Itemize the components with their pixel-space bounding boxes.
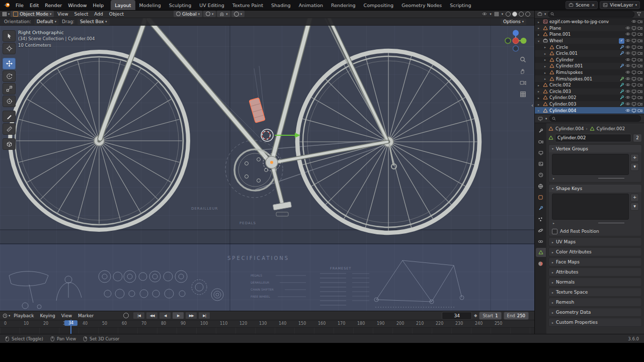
frame-start-field[interactable]: Start 1 [479, 312, 501, 320]
disable-viewports-icon[interactable] [631, 89, 636, 94]
properties-tab-viewlayer[interactable] [536, 159, 546, 168]
hide-viewport-icon[interactable] [625, 57, 630, 62]
rotate-tool-button[interactable] [3, 70, 16, 82]
disable-render-icon[interactable] [637, 38, 642, 43]
disclosure-icon[interactable]: ▸ [538, 83, 541, 87]
workspace-tab-geometry-nodes[interactable]: Geometry Nodes [397, 0, 446, 10]
outliner-row[interactable]: ▸ ezgif.com-webp-to-jpg-conv [535, 19, 644, 25]
select-box-tool-button[interactable] [3, 30, 16, 42]
panel-vertex-groups-header[interactable]: ▾ Vertex Groups [549, 145, 641, 152]
proportional-edit-dropdown[interactable]: ▾ [231, 11, 245, 17]
disable-viewports-icon[interactable] [631, 38, 636, 43]
outliner-row[interactable]: ▸ Cylinder.002 [535, 95, 644, 101]
editor-type-icon[interactable] [537, 12, 542, 17]
subpanel-expand-icon[interactable]: ▸ [553, 176, 554, 180]
workspace-tab-sculpting[interactable]: Sculpting [165, 0, 195, 10]
outliner-row[interactable]: ▸ Plane [535, 25, 644, 32]
outliner-row[interactable]: ▸ Rims/spokes.001 [535, 75, 644, 82]
disable-render-icon[interactable] [637, 45, 642, 50]
panel-custom-properties[interactable]: ▸Custom Properties [548, 318, 642, 327]
workspace-tab-rendering[interactable]: Rendering [327, 0, 360, 10]
hide-viewport-icon[interactable] [631, 19, 636, 24]
menu-marker[interactable]: Marker [75, 313, 96, 318]
shape-key-add-button[interactable]: + [630, 194, 639, 202]
workspace-tab-texture-paint[interactable]: Texture Paint [228, 0, 267, 10]
workspace-tab-scripting[interactable]: Scripting [446, 0, 475, 10]
cursor-tool-button[interactable] [3, 43, 16, 54]
n-panel-toggle-icon[interactable]: ‹ [531, 103, 533, 108]
outliner-row[interactable]: ▸ Cylinder.003 [535, 101, 644, 108]
current-frame-field[interactable]: 34 [442, 312, 472, 320]
panel-attributes[interactable]: ▸Attributes [548, 267, 642, 277]
disclosure-icon[interactable]: ▸ [544, 58, 548, 61]
show-gizmo-icon[interactable] [482, 12, 487, 17]
workspace-tab-layout[interactable]: Layout [111, 0, 135, 10]
disclosure-icon[interactable]: ▸ [538, 33, 541, 36]
modifier-wrench-icon[interactable] [619, 89, 624, 94]
properties-search-input[interactable] [549, 115, 641, 122]
disable-render-icon[interactable] [637, 26, 642, 31]
solid-shading-icon[interactable] [512, 12, 517, 17]
editor-type-icon[interactable] [2, 12, 7, 17]
editor-type-icon[interactable] [538, 116, 543, 121]
jump-to-start-button[interactable]: |◀ [133, 312, 145, 319]
disable-viewports-icon[interactable] [631, 95, 636, 100]
disclosure-icon[interactable]: ▸ [544, 52, 548, 55]
properties-tab-world[interactable] [536, 182, 546, 191]
hide-viewport-icon[interactable] [625, 108, 630, 113]
disable-viewports-icon[interactable] [631, 57, 636, 62]
properties-tab-scene[interactable] [536, 170, 546, 179]
next-keyframe-button[interactable]: ▶▶ [185, 312, 197, 319]
properties-tab-object[interactable] [536, 193, 546, 202]
panel-geometry-data[interactable]: ▸Geometry Data [548, 308, 642, 317]
hide-viewport-icon[interactable] [625, 70, 630, 75]
outliner-row-collection[interactable]: ▾ Wheel ✓ [535, 38, 644, 44]
prev-keyframe-button[interactable]: ◀◀ [146, 312, 158, 319]
orientation-dropdown[interactable]: Default ▾ [34, 19, 59, 25]
disclosure-icon[interactable]: ▸ [538, 20, 541, 24]
disable-render-icon[interactable] [637, 102, 642, 107]
properties-tab-output[interactable] [536, 148, 546, 157]
disable-render-icon[interactable] [637, 95, 642, 100]
workspace-tab-animation[interactable]: Animation [295, 0, 327, 10]
viewlayer-selector[interactable]: ViewLayer ▾ [600, 1, 640, 9]
mode-dropdown[interactable]: Object Mode ▾ [11, 11, 54, 17]
collection-exclude-checkbox[interactable]: ✓ [619, 38, 624, 44]
unlink-scene-icon[interactable]: ✕ [592, 3, 595, 8]
play-reverse-button[interactable]: ◀ [159, 312, 171, 319]
hide-viewport-icon[interactable] [625, 26, 630, 31]
properties-tab-constraints[interactable] [536, 237, 546, 246]
outliner-row[interactable]: ▸ Circle.002 [535, 82, 644, 88]
breadcrumb-object[interactable]: Cylinder.004 [555, 126, 584, 131]
camera-view-icon[interactable] [520, 79, 526, 86]
disclosure-icon[interactable]: ▸ [538, 26, 541, 30]
vertex-groups-list[interactable] [552, 154, 629, 175]
blender-logo-icon[interactable] [3, 2, 11, 8]
outliner-row[interactable]: ▸ Circle [535, 44, 644, 50]
axis-z-handle[interactable] [513, 30, 519, 36]
measure-tool-button[interactable] [3, 123, 16, 135]
scene-selector[interactable]: Scene ✕ [566, 1, 598, 9]
hide-viewport-icon[interactable] [625, 51, 630, 56]
curve-modifier-icon[interactable] [619, 76, 624, 81]
disclosure-icon[interactable]: ▸ [538, 109, 541, 112]
disable-viewports-icon[interactable] [631, 45, 636, 50]
disclosure-icon[interactable]: ▸ [544, 64, 548, 68]
menu-view[interactable]: View [59, 313, 74, 318]
panel-color-attributes[interactable]: ▸Color Attributes [548, 247, 642, 256]
overlays-icon[interactable] [494, 12, 499, 17]
disable-viewports-icon[interactable] [631, 63, 636, 68]
workspace-tab-uv-editing[interactable]: UV Editing [195, 0, 228, 10]
keying-set-icon[interactable]: ◆ [474, 313, 477, 318]
menu-select[interactable]: Select [72, 12, 91, 17]
scale-tool-button[interactable] [3, 83, 16, 95]
viewport-3d[interactable]: SPECIFICATIONS DERAILLEUR PEDALS FRAMESE… [0, 18, 534, 311]
modifier-wrench-icon[interactable] [619, 51, 624, 56]
menu-keying[interactable]: Keying [37, 313, 57, 318]
panel-uv-maps[interactable]: ▸UV Maps [548, 237, 642, 246]
filter-icon[interactable] [636, 12, 641, 17]
properties-tab-tool[interactable] [536, 126, 546, 135]
modifier-wrench-icon[interactable] [619, 102, 624, 107]
workspace-tab-compositing[interactable]: Compositing [360, 0, 398, 10]
hide-viewport-icon[interactable] [625, 63, 630, 68]
